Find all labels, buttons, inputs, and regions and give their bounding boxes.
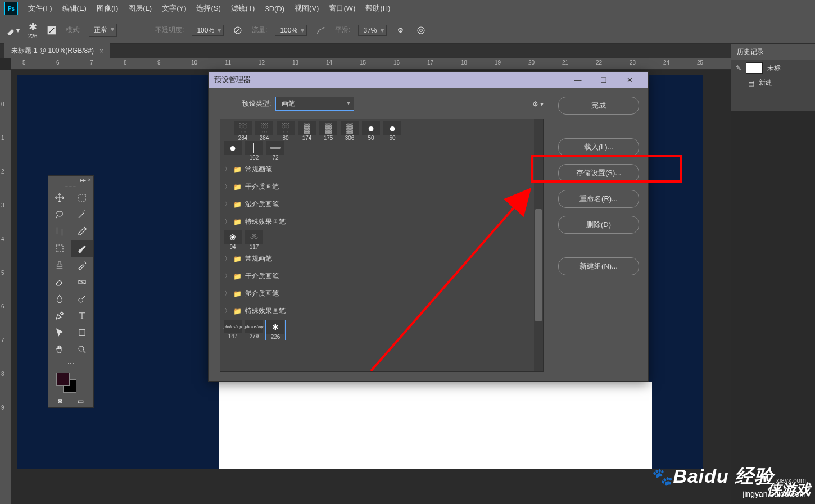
menu-filter[interactable]: 滤镜(T) <box>231 3 255 13</box>
preset-type-select[interactable]: 画笔 <box>275 97 354 111</box>
svg-rect-5 <box>56 245 63 252</box>
brush-preset-item[interactable]: photoshop147 <box>223 320 243 340</box>
document-tab-close[interactable]: × <box>99 47 103 55</box>
ruler-vertical: 0123456789 <box>0 70 11 504</box>
stamp-tool[interactable] <box>48 257 71 274</box>
menu-window[interactable]: 窗口(W) <box>329 3 355 13</box>
foreground-swatch[interactable] <box>56 373 70 386</box>
opacity-input[interactable]: 100% <box>192 25 224 36</box>
brush-preset-item[interactable]: ⁂117 <box>244 230 264 250</box>
brush-preset-item[interactable]: ░284 <box>254 121 274 141</box>
save-set-button[interactable]: 存储设置(S)... <box>558 164 639 182</box>
history-snapshot-row[interactable]: ✎ 未标 <box>731 60 815 76</box>
zoom-tool[interactable] <box>71 341 93 358</box>
dialog-minimize-button[interactable]: — <box>565 72 591 88</box>
brush-folder[interactable]: 〉📁干介质画笔 <box>223 178 541 196</box>
brush-preset-item[interactable]: ░80 <box>275 121 296 141</box>
brush-tool[interactable] <box>71 240 93 257</box>
delete-button[interactable]: 删除(D) <box>558 216 639 234</box>
flow-label: 流量: <box>252 25 267 35</box>
airbrush-icon[interactable] <box>315 24 327 37</box>
hand-tool[interactable] <box>48 341 71 358</box>
preset-gear-icon[interactable]: ⚙ ▾ <box>532 100 544 108</box>
lasso-tool[interactable] <box>48 206 71 223</box>
blur-tool[interactable] <box>48 290 71 307</box>
gradient-tool[interactable] <box>71 274 93 290</box>
menu-view[interactable]: 视图(V) <box>295 3 319 13</box>
pen-tool[interactable] <box>48 307 71 324</box>
marquee-tool[interactable] <box>48 240 71 257</box>
brush-panel-icon[interactable] <box>46 24 58 37</box>
history-step-row[interactable]: ▤ 新建 <box>731 76 815 90</box>
brush-folder[interactable]: 〉📁湿介质画笔 <box>223 196 541 213</box>
artboard-tool[interactable] <box>71 189 93 206</box>
history-brush-tool[interactable] <box>71 257 93 274</box>
brush-preset-item[interactable]: ● <box>223 141 243 161</box>
crop-tool[interactable] <box>48 223 71 240</box>
history-panel: 历史记录 ✎ 未标 ▤ 新建 <box>731 44 815 111</box>
color-swatches <box>48 369 93 395</box>
pressure-opacity-icon[interactable] <box>232 24 244 37</box>
eyedrop-tool[interactable] <box>71 223 93 240</box>
brush-preset-item[interactable]: ░284 <box>233 121 253 141</box>
brush-folder[interactable]: 〉📁特殊效果画笔 <box>223 302 541 320</box>
eraser-tool[interactable] <box>48 274 71 290</box>
path-select-tool[interactable] <box>48 324 71 341</box>
brush-folder[interactable]: 〉📁常规画笔 <box>223 250 541 267</box>
done-button[interactable]: 完成 <box>558 97 639 115</box>
move-tool[interactable] <box>48 189 71 206</box>
tool-current-icon[interactable]: ▾ <box>6 23 20 38</box>
brush-preset-picker[interactable]: ✱ 226 <box>28 21 38 39</box>
toolbox-grip[interactable]: ┅┅┅ <box>48 184 93 189</box>
brush-preset-item[interactable]: ❀94 <box>223 230 243 250</box>
brush-preset-item[interactable]: ●50 <box>382 121 402 141</box>
brush-preset-item[interactable]: 72 <box>265 141 286 161</box>
menu-select[interactable]: 选择(S) <box>196 3 220 13</box>
brush-preset-item[interactable]: ✱226 <box>265 320 286 340</box>
type-tool[interactable] <box>71 307 93 324</box>
load-button[interactable]: 载入(L)... <box>558 138 639 156</box>
new-group-button[interactable]: 新建组(N)... <box>558 257 639 275</box>
flow-input[interactable]: 100% <box>275 25 307 36</box>
brush-preset-item[interactable]: ▓174 <box>297 121 317 141</box>
brush-preset-item[interactable]: photoshop279 <box>244 320 264 340</box>
brush-folder[interactable]: 〉📁特殊效果画笔 <box>223 213 541 230</box>
brush-folder[interactable]: 〉📁常规画笔 <box>223 161 541 178</box>
toolbox-close-icon[interactable]: × <box>88 177 91 183</box>
menu-help[interactable]: 帮助(H) <box>365 3 390 13</box>
brush-folder[interactable]: 〉📁干介质画笔 <box>223 267 541 285</box>
quickmask-icon[interactable]: ◙ <box>58 397 62 405</box>
rename-button[interactable]: 重命名(R)... <box>558 190 639 208</box>
menu-layer[interactable]: 图层(L) <box>128 3 152 13</box>
menu-3d[interactable]: 3D(D) <box>265 4 284 13</box>
brush-preset-item[interactable]: ▓306 <box>339 121 360 141</box>
preset-list[interactable]: ░284░284░80▓174▓175▓306●50●50 ●│16272 〉📁… <box>220 119 544 372</box>
brush-preset-item[interactable]: ●50 <box>361 121 381 141</box>
brush-preset-item[interactable]: ▓175 <box>318 121 338 141</box>
shape-tool[interactable] <box>71 324 93 341</box>
symmetry-icon[interactable] <box>415 24 427 37</box>
dialog-maximize-button[interactable]: ☐ <box>591 72 617 88</box>
toolbox-collapse-icon[interactable]: ▸▸ <box>80 177 86 183</box>
brush-icon: ✎ <box>736 64 741 72</box>
dialog-titlebar[interactable]: 预设管理器 — ☐ ✕ <box>209 72 648 88</box>
dialog-title: 预设管理器 <box>214 75 251 85</box>
brush-folder[interactable]: 〉📁湿介质画笔 <box>223 285 541 302</box>
screenmode-icon[interactable]: ▭ <box>78 397 84 405</box>
edit-toolbar-icon[interactable]: ⋯ <box>48 358 93 369</box>
mode-select[interactable]: 正常 <box>89 24 117 37</box>
smooth-gear-icon[interactable]: ⚙ <box>395 24 407 37</box>
dodge-tool[interactable] <box>71 290 93 307</box>
menu-file[interactable]: 文件(F) <box>28 3 52 13</box>
history-panel-title[interactable]: 历史记录 <box>731 44 815 60</box>
menu-type[interactable]: 文字(Y) <box>162 3 186 13</box>
menu-image[interactable]: 图像(I) <box>97 3 118 13</box>
smooth-input[interactable]: 37% <box>358 25 386 36</box>
preset-scrollbar[interactable] <box>534 119 543 371</box>
menu-edit[interactable]: 编辑(E) <box>62 3 87 13</box>
dialog-close-button[interactable]: ✕ <box>617 72 642 88</box>
wand-tool[interactable] <box>71 206 93 223</box>
document-tab[interactable]: 未标题-1 @ 100%(RGB/8#) × <box>4 43 110 58</box>
brush-preset-item[interactable]: │162 <box>244 141 264 161</box>
toolbox: ▸▸ × ┅┅┅ ⋯ ◙ ▭ <box>48 175 94 408</box>
